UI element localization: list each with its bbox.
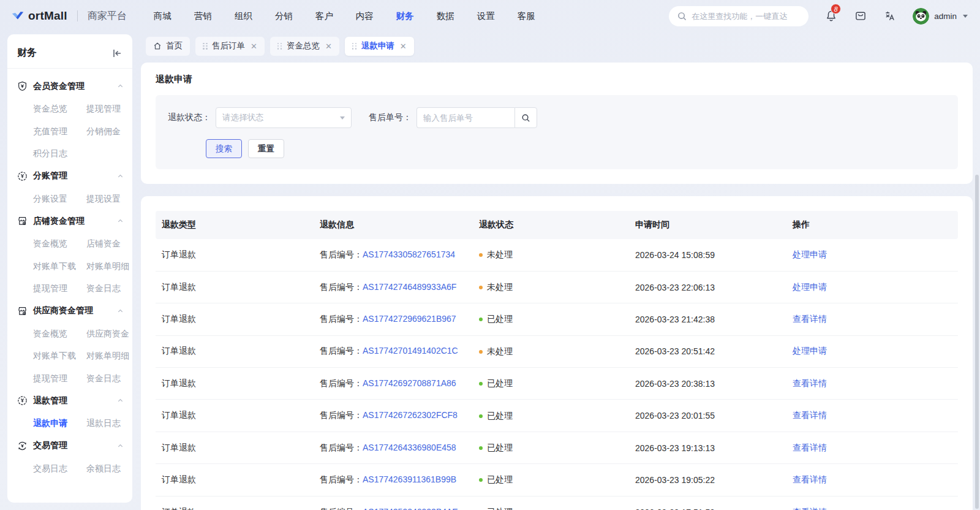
vertical-scrollbar[interactable] [975,175,979,509]
order-no-link[interactable]: AS1774272969621B967 [363,314,456,324]
username: admin [934,12,957,21]
table-row: 订单退款售后编号：AS1774263911361B99B已处理2026-03-2… [156,464,958,496]
action-link[interactable]: 查看详情 [793,378,827,388]
sidebar-item[interactable]: 供应商资金 [86,322,132,345]
global-search-input[interactable] [692,12,800,21]
order-no-link[interactable]: AS1774263911361B99B [363,474,456,484]
nav-item[interactable]: 内容 [356,10,374,22]
order-no-input[interactable] [417,107,514,128]
search-button[interactable]: 搜索 [206,139,242,158]
tab[interactable]: 售后订单✕ [195,37,265,56]
sidebar-item[interactable]: 余额日志 [86,457,132,480]
workbench-icon[interactable] [854,9,867,23]
action-cell: 查看详情 [786,400,958,432]
action-link[interactable]: 处理申请 [793,282,827,292]
sidebar-item[interactable]: 退款日志 [86,412,132,435]
sidebar-group-header[interactable]: 会员资金管理 [7,75,132,97]
close-icon[interactable]: ✕ [400,42,407,51]
sidebar-item[interactable]: 提现管理 [86,97,132,120]
nav-item[interactable]: 设置 [477,10,495,22]
sidebar-item[interactable]: 积分日志 [33,142,86,165]
order-no-link[interactable]: AS1774267262302FCF8 [363,410,458,420]
home-icon [153,42,162,50]
shield-yen-icon [17,81,28,91]
nav-item[interactable]: 客服 [518,10,535,22]
refund-type-cell: 订单退款 [156,400,314,432]
sidebar-item[interactable]: 分账设置 [33,188,86,210]
sidebar-item[interactable]: 充值管理 [33,120,86,143]
drag-handle-icon[interactable] [277,43,282,50]
order-no-link[interactable]: AS1774259346932B4AE [363,507,458,510]
refund-type-cell: 订单退款 [156,368,314,400]
notifications-button[interactable]: 8 [824,9,838,23]
sidebar-group-header[interactable]: 店铺资金管理 [7,210,132,232]
chevron-up-icon [117,397,124,404]
status-dot [479,253,483,257]
order-search-button[interactable] [514,107,537,128]
sidebar-item[interactable]: 提现管理 [33,367,86,390]
sidebar-item[interactable]: 资金概览 [33,232,86,255]
nav-item[interactable]: 营销 [194,10,212,22]
sidebar-item[interactable]: 退款申请 [33,412,86,435]
sidebar-item[interactable]: 资金概览 [33,322,86,345]
tab[interactable]: 资金总览✕ [270,37,339,56]
status-text: 已处理 [487,507,513,510]
action-link[interactable]: 查看详情 [793,507,827,510]
table-row: 订单退款售后编号：AS17742701491402C1C未处理2026-03-2… [156,335,958,367]
action-link[interactable]: 查看详情 [793,314,827,324]
sidebar-group: 店铺资金管理资金概览店铺资金对账单下载对账单明细提现管理资金日志 [7,210,132,300]
refund-info-cell: 售后编号：AS17743305827651734 [314,239,473,271]
sidebar-item[interactable]: 提现设置 [86,188,132,210]
apply-time-cell: 2026-03-23 20:38:13 [629,368,786,400]
action-link[interactable]: 查看详情 [793,474,827,484]
order-no-link[interactable]: AS17743305827651734 [363,249,455,259]
drag-handle-icon[interactable] [352,43,357,50]
refund-type-cell: 订单退款 [156,335,314,367]
sidebar-group-header[interactable]: 退款管理 [7,389,132,412]
sidebar-item[interactable]: 资金总览 [33,97,86,120]
apply-time-cell: 2026-03-24 15:08:59 [629,239,786,271]
language-switch-icon[interactable] [883,9,897,23]
action-link[interactable]: 处理申请 [793,249,827,259]
sidebar-item[interactable]: 分销佣金 [86,120,132,143]
platform-name: 商家平台 [88,10,127,23]
brand-logo[interactable]: ortMall 商家平台 [11,9,127,23]
sidebar-item[interactable]: 对账单下载 [33,344,86,367]
nav-item[interactable]: 商城 [154,10,172,22]
drag-handle-icon[interactable] [203,43,208,50]
sidebar-item[interactable]: 对账单明细 [86,255,132,278]
order-no-link[interactable]: AS1774264336980E458 [363,443,456,452]
refund-status-cell: 已处理 [473,400,629,432]
sidebar-item[interactable]: 资金日志 [86,277,132,300]
column-header: 操作 [786,211,958,239]
order-no-link[interactable]: AS17742701491402C1C [363,346,458,356]
user-menu[interactable]: admin [913,8,968,25]
sidebar-item[interactable]: 对账单下载 [33,255,86,278]
sidebar-item[interactable]: 店铺资金 [86,232,132,255]
action-link[interactable]: 处理申请 [793,346,827,356]
nav-item[interactable]: 分销 [275,10,293,22]
sidebar-item[interactable]: 对账单明细 [86,344,132,367]
global-search[interactable] [669,6,809,26]
nav-item[interactable]: 财务 [396,10,414,22]
action-link[interactable]: 查看详情 [793,410,827,420]
tab[interactable]: 首页 [146,37,190,56]
sidebar-item[interactable]: 提现管理 [33,277,86,300]
nav-item[interactable]: 数据 [437,10,454,22]
close-icon[interactable]: ✕ [251,42,257,51]
sidebar-group-header[interactable]: 交易管理 [7,435,132,457]
tab[interactable]: 退款申请✕ [345,37,414,56]
sidebar-group-header[interactable]: 供应商资金管理 [7,300,132,322]
sidebar-collapse-icon[interactable] [111,48,123,59]
order-no-link[interactable]: AS17742692708871A86 [363,378,456,388]
sidebar-item[interactable]: 资金日志 [86,367,132,390]
refund-status-select[interactable]: 请选择状态 [216,107,352,128]
nav-item[interactable]: 组织 [235,10,252,22]
sidebar-item[interactable]: 交易日志 [33,457,86,480]
nav-item[interactable]: 客户 [315,10,333,22]
sidebar-group-header[interactable]: 分账管理 [7,165,132,188]
reset-button[interactable]: 重置 [248,139,284,158]
close-icon[interactable]: ✕ [325,42,332,51]
action-link[interactable]: 查看详情 [793,443,827,452]
order-no-link[interactable]: AS17742746489933A6F [363,282,456,292]
